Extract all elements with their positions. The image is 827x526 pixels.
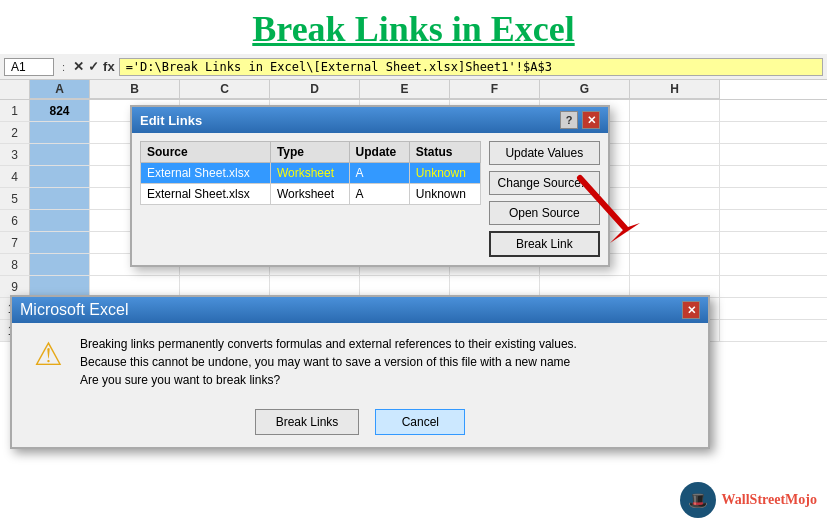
- fx-icon[interactable]: fx: [103, 59, 115, 74]
- open-source-button[interactable]: Open Source: [489, 201, 600, 225]
- source-cell-2: External Sheet.xlsx: [141, 184, 271, 205]
- excel-message-line3: Are you sure you want to break links?: [80, 371, 577, 389]
- status-cell-2: Unknown: [409, 184, 480, 205]
- col-header-f: F: [450, 80, 540, 99]
- excel-dialog-footer: Break Links Cancel: [12, 401, 708, 447]
- col-header-update: Update: [349, 142, 409, 163]
- update-values-button[interactable]: Update Values: [489, 141, 600, 165]
- break-link-button[interactable]: Break Link: [489, 231, 600, 257]
- type-cell-1: Worksheet: [270, 163, 349, 184]
- cell-a1[interactable]: 824: [30, 100, 90, 121]
- row-num-header: [0, 80, 30, 99]
- excel-dialog-text: Breaking links permanently converts form…: [80, 335, 577, 389]
- formula-separator: :: [62, 61, 65, 73]
- dialog-title-buttons: ? ✕: [560, 111, 600, 129]
- wsm-icon: 🎩: [680, 482, 716, 518]
- col-header-type: Type: [270, 142, 349, 163]
- status-cell-1: Unknown: [409, 163, 480, 184]
- excel-close-button[interactable]: ✕: [682, 301, 700, 319]
- links-table: Source Type Update Status External Sheet…: [140, 141, 481, 205]
- wsm-wall: Wall: [722, 492, 750, 507]
- edit-links-body: Source Type Update Status External Sheet…: [132, 133, 608, 265]
- formula-bar: A1 : ✕ ✓ fx ='D:\Break Links in Excel\[E…: [0, 54, 827, 80]
- dialog-help-button[interactable]: ?: [560, 111, 578, 129]
- update-cell-1: A: [349, 163, 409, 184]
- dialog-action-buttons: Update Values Change Source... Open Sour…: [489, 141, 600, 257]
- column-headers: A B C D E F G H: [0, 80, 827, 100]
- col-header-c: C: [180, 80, 270, 99]
- excel-dialog-title: Microsoft Excel: [20, 301, 128, 319]
- edit-links-dialog: Edit Links ? ✕ Source Type Update Status: [130, 105, 610, 267]
- edit-links-title: Edit Links: [140, 113, 202, 128]
- cancel-formula-icon[interactable]: ✕: [73, 59, 84, 74]
- page-title: Break Links in Excel: [252, 9, 574, 49]
- table-row-1[interactable]: External Sheet.xlsx Worksheet A Unknown: [141, 163, 481, 184]
- col-header-b: B: [90, 80, 180, 99]
- table-row-2[interactable]: External Sheet.xlsx Worksheet A Unknown: [141, 184, 481, 205]
- wallstreetmojo-logo: 🎩 WallStreetMojo: [680, 482, 817, 518]
- col-header-d: D: [270, 80, 360, 99]
- title-area: Break Links in Excel: [0, 0, 827, 54]
- svg-text:🎩: 🎩: [688, 491, 708, 510]
- cancel-button[interactable]: Cancel: [375, 409, 465, 435]
- formula-icons: ✕ ✓ fx: [73, 59, 115, 74]
- col-header-h: H: [630, 80, 720, 99]
- wsm-text: WallStreetMojo: [722, 492, 817, 508]
- col-header-source: Source: [141, 142, 271, 163]
- col-header-status: Status: [409, 142, 480, 163]
- excel-dialog-titlebar: Microsoft Excel ✕: [12, 297, 708, 323]
- row-num-1: 1: [0, 100, 30, 121]
- links-table-area: Source Type Update Status External Sheet…: [140, 141, 481, 257]
- type-cell-2: Worksheet: [270, 184, 349, 205]
- cell-ref-box[interactable]: A1: [4, 58, 54, 76]
- change-source-button[interactable]: Change Source...: [489, 171, 600, 195]
- formula-input[interactable]: ='D:\Break Links in Excel\[External Shee…: [119, 58, 823, 76]
- source-cell-1: External Sheet.xlsx: [141, 163, 271, 184]
- dialog-close-button[interactable]: ✕: [582, 111, 600, 129]
- excel-message-line2: Because this cannot be undone, you may w…: [80, 353, 577, 371]
- update-cell-2: A: [349, 184, 409, 205]
- microsoft-excel-dialog: Microsoft Excel ✕ ⚠ Breaking links perma…: [10, 295, 710, 449]
- wsm-mojo: Mojo: [785, 492, 817, 507]
- col-header-a: A: [30, 80, 90, 99]
- break-links-confirm-button[interactable]: Break Links: [255, 409, 360, 435]
- confirm-formula-icon[interactable]: ✓: [88, 59, 99, 74]
- wsm-street: Street: [750, 492, 786, 507]
- excel-message-line1: Breaking links permanently converts form…: [80, 335, 577, 353]
- cell-h1[interactable]: [630, 100, 720, 121]
- col-header-e: E: [360, 80, 450, 99]
- edit-links-titlebar: Edit Links ? ✕: [132, 107, 608, 133]
- excel-dialog-body: ⚠ Breaking links permanently converts fo…: [12, 323, 708, 401]
- warning-icon: ⚠: [28, 335, 68, 373]
- col-header-g: G: [540, 80, 630, 99]
